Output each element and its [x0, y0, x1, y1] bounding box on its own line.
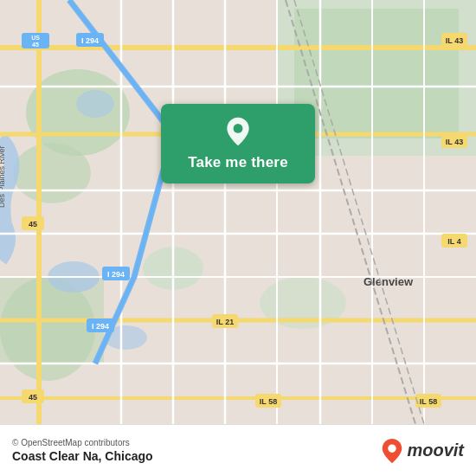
- svg-text:IL 43: IL 43: [446, 138, 463, 146]
- footer-bar: © OpenStreetMap contributors Coast Clear…: [0, 424, 476, 476]
- map-svg: Des Plaines River I 294 I 294: [0, 0, 476, 424]
- svg-text:IL 58: IL 58: [420, 397, 437, 406]
- footer-left: © OpenStreetMap contributors Coast Clear…: [12, 438, 153, 463]
- location-name: Coast Clear Na, Chicago: [12, 449, 153, 463]
- svg-point-10: [76, 90, 114, 118]
- attribution-text: © OpenStreetMap contributors: [12, 438, 153, 447]
- svg-point-4: [13, 143, 91, 203]
- svg-text:US: US: [31, 35, 40, 41]
- svg-rect-2: [294, 9, 459, 138]
- take-me-there-button[interactable]: Take me there: [161, 104, 315, 183]
- svg-text:IL 58: IL 58: [260, 397, 277, 406]
- svg-text:Des Plaines River: Des Plaines River: [0, 145, 6, 208]
- button-label: Take me there: [188, 154, 288, 171]
- map-area: Des Plaines River I 294 I 294: [0, 0, 476, 424]
- moovit-logo: moovit: [381, 438, 464, 464]
- svg-text:I 294: I 294: [107, 270, 125, 279]
- svg-point-62: [234, 124, 243, 133]
- svg-point-63: [389, 444, 396, 452]
- moovit-brand-text: moovit: [407, 441, 464, 460]
- moovit-pin-icon: [381, 438, 403, 464]
- svg-text:IL 43: IL 43: [446, 36, 463, 45]
- svg-text:45: 45: [32, 42, 39, 48]
- svg-text:IL 21: IL 21: [216, 318, 234, 326]
- svg-text:I 294: I 294: [92, 322, 109, 331]
- svg-text:I 294: I 294: [81, 36, 99, 45]
- location-pin-icon: [222, 116, 254, 147]
- svg-text:45: 45: [29, 220, 37, 228]
- svg-text:45: 45: [29, 393, 37, 402]
- svg-text:IL 4: IL 4: [447, 237, 460, 246]
